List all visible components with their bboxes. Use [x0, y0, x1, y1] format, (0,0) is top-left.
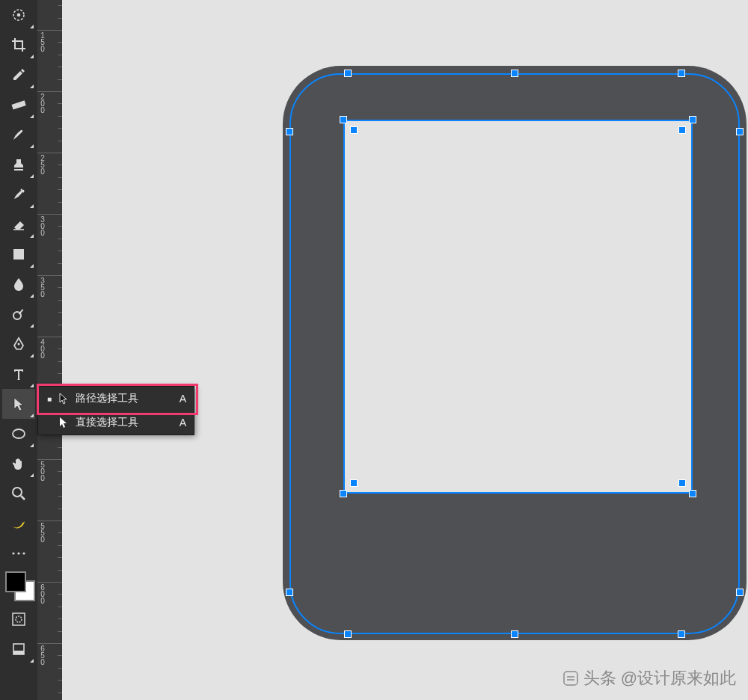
type-tool[interactable] — [2, 359, 35, 389]
tool-flyout-menu: ■ 路径选择工具 A 直接选择工具 A — [37, 386, 194, 435]
app-root: 1 0 01 5 02 0 02 5 03 0 03 5 04 0 04 5 0… — [0, 0, 748, 700]
crop-tool[interactable] — [2, 30, 35, 60]
flyout-shortcut: A — [180, 417, 186, 429]
tools-panel — [0, 0, 37, 700]
anchor-point[interactable] — [286, 128, 293, 135]
svg-point-3 — [22, 190, 25, 192]
anchor-point[interactable] — [511, 630, 518, 638]
anchor-point[interactable] — [350, 126, 358, 134]
eraser-tool[interactable] — [2, 209, 35, 239]
watermark-text: 头条 @设计原来如此 — [583, 667, 736, 690]
anchor-point[interactable] — [736, 128, 744, 135]
watermark: 头条 @设计原来如此 — [562, 667, 736, 690]
svg-point-1 — [17, 13, 21, 17]
svg-point-11 — [12, 552, 14, 554]
anchor-point[interactable] — [511, 70, 518, 77]
brush-tool[interactable] — [2, 120, 35, 150]
ruler-tick-label: 2 5 0 — [40, 155, 46, 175]
ruler-tick-label: 6 0 0 — [40, 584, 46, 604]
dodge-tool[interactable] — [2, 299, 35, 329]
path-selection-tool[interactable] — [2, 389, 35, 419]
path-selection-arrow-icon — [55, 393, 73, 405]
screenmode-button[interactable] — [2, 634, 35, 664]
pen-tool[interactable] — [2, 329, 35, 359]
svg-rect-17 — [13, 651, 24, 654]
svg-point-10 — [13, 488, 22, 497]
svg-rect-2 — [12, 100, 26, 109]
flyout-item-direct-selection[interactable]: 直接选择工具 A — [38, 411, 194, 435]
edit-toolbar[interactable] — [2, 538, 35, 568]
svg-point-12 — [17, 552, 19, 554]
anchor-point[interactable] — [678, 70, 685, 77]
canvas[interactable] — [62, 0, 748, 700]
direct-selection-arrow-icon — [55, 417, 73, 429]
svg-point-13 — [22, 552, 25, 554]
svg-point-8 — [18, 343, 20, 346]
zoom-tool[interactable] — [2, 479, 35, 509]
inner-path-outline[interactable] — [343, 120, 693, 494]
history-brush-tool[interactable] — [2, 179, 35, 209]
ellipse-shape-tool[interactable] — [2, 419, 35, 449]
svg-point-9 — [13, 429, 25, 438]
anchor-point[interactable] — [350, 479, 358, 487]
anchor-point[interactable] — [689, 116, 696, 123]
stamp-tool[interactable] — [2, 150, 35, 179]
ruler-tick-label: 6 5 0 — [40, 645, 46, 666]
eyedropper-tool[interactable] — [2, 60, 35, 90]
anchor-point[interactable] — [736, 589, 744, 596]
ruler-tick-label: 2 0 0 — [40, 93, 46, 114]
hand-tool[interactable] — [2, 449, 35, 479]
anchor-point[interactable] — [689, 490, 696, 497]
anchor-point[interactable] — [344, 630, 352, 638]
anchor-point[interactable] — [286, 589, 293, 596]
ruler-tick-label: 3 0 0 — [40, 216, 46, 236]
svg-rect-14 — [13, 613, 25, 625]
flyout-label: 直接选择工具 — [73, 416, 180, 429]
ruler-tool[interactable] — [2, 90, 35, 120]
flyout-shortcut: A — [180, 393, 186, 405]
svg-rect-4 — [13, 249, 24, 260]
flyout-item-path-selection[interactable]: ■ 路径选择工具 A — [38, 387, 194, 411]
gradient-tool[interactable] — [2, 239, 35, 269]
blur-tool[interactable] — [2, 269, 35, 299]
banana-tool[interactable] — [2, 509, 35, 538]
svg-rect-18 — [564, 672, 577, 685]
svg-point-15 — [16, 616, 22, 622]
anchor-point[interactable] — [678, 126, 686, 134]
ruler-tick-label: 1 5 0 — [40, 32, 46, 52]
ruler-tick-label: 4 0 0 — [40, 339, 46, 359]
anchor-point[interactable] — [344, 70, 352, 77]
quickmask-button[interactable] — [2, 604, 35, 634]
current-marker-icon: ■ — [44, 395, 55, 403]
anchor-point[interactable] — [678, 630, 685, 638]
anchor-point[interactable] — [678, 479, 686, 487]
flyout-label: 路径选择工具 — [73, 392, 180, 405]
foreground-color-swatch[interactable] — [5, 571, 26, 592]
vertical-ruler[interactable]: 1 0 01 5 02 0 02 5 03 0 03 5 04 0 04 5 0… — [37, 0, 63, 700]
anchor-point[interactable] — [340, 116, 347, 123]
ruler-tick-label: 3 5 0 — [40, 277, 46, 298]
ruler-tick-label: 5 0 0 — [40, 461, 46, 482]
heal-tool[interactable] — [2, 0, 35, 30]
color-swatches[interactable] — [4, 570, 34, 600]
toutiao-icon — [562, 670, 579, 687]
ruler-tick-label: 5 5 0 — [40, 523, 46, 543]
anchor-point[interactable] — [340, 490, 347, 497]
